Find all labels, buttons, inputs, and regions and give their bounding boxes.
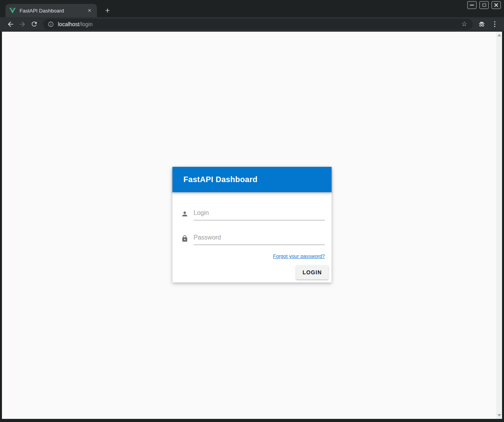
back-arrow-icon <box>7 20 14 28</box>
login-card: FastAPI Dashboard Forgot your password? … <box>172 167 332 283</box>
new-tab-button[interactable]: + <box>102 5 113 16</box>
minimize-button[interactable] <box>467 1 477 9</box>
card-title: FastAPI Dashboard <box>183 175 258 184</box>
person-icon <box>181 210 188 218</box>
scroll-up-icon[interactable] <box>497 34 501 36</box>
forgot-password-link[interactable]: Forgot your password? <box>273 253 325 259</box>
close-icon <box>494 3 498 7</box>
browser-menu-icon[interactable]: ⋮ <box>490 20 499 28</box>
login-button[interactable]: LOGIN <box>296 265 328 279</box>
reload-button[interactable] <box>28 18 40 30</box>
incognito-icon <box>477 20 486 29</box>
forward-arrow-icon <box>18 20 26 28</box>
tab-title: FastAPI Dashboard <box>20 8 86 14</box>
minimize-icon <box>470 5 474 5</box>
page-scrollbar[interactable] <box>496 32 502 419</box>
url-text: localhost/login <box>58 21 461 27</box>
maximize-button[interactable] <box>479 1 489 9</box>
browser-toolbar: localhost/login ☆ ⋮ <box>0 17 504 32</box>
browser-tab[interactable]: FastAPI Dashboard ✕ <box>5 4 97 17</box>
login-field-row <box>181 208 325 220</box>
tab-close-icon[interactable]: ✕ <box>86 7 93 14</box>
login-input[interactable] <box>194 208 325 220</box>
vue-favicon-icon <box>9 8 16 13</box>
lock-icon <box>181 235 188 242</box>
info-icon <box>48 21 54 27</box>
forgot-password-row: Forgot your password? <box>179 252 325 259</box>
address-bar[interactable]: localhost/login ☆ <box>43 19 473 30</box>
forward-button[interactable] <box>16 18 28 30</box>
password-input[interactable] <box>194 232 325 245</box>
reload-icon <box>30 20 38 28</box>
back-button[interactable] <box>5 18 16 30</box>
browser-titlebar: FastAPI Dashboard ✕ + <box>0 0 504 17</box>
maximize-icon <box>482 4 486 7</box>
page-content: FastAPI Dashboard Forgot your password? … <box>2 32 502 419</box>
scroll-down-icon[interactable] <box>497 414 501 417</box>
password-field-row <box>181 232 325 245</box>
close-button[interactable] <box>491 1 501 9</box>
card-header: FastAPI Dashboard <box>172 167 332 192</box>
window-controls <box>467 1 501 9</box>
url-host: localhost <box>58 21 79 27</box>
url-path: /login <box>79 21 92 27</box>
card-actions: LOGIN <box>172 265 332 279</box>
bookmark-star-icon[interactable]: ☆ <box>461 20 468 28</box>
